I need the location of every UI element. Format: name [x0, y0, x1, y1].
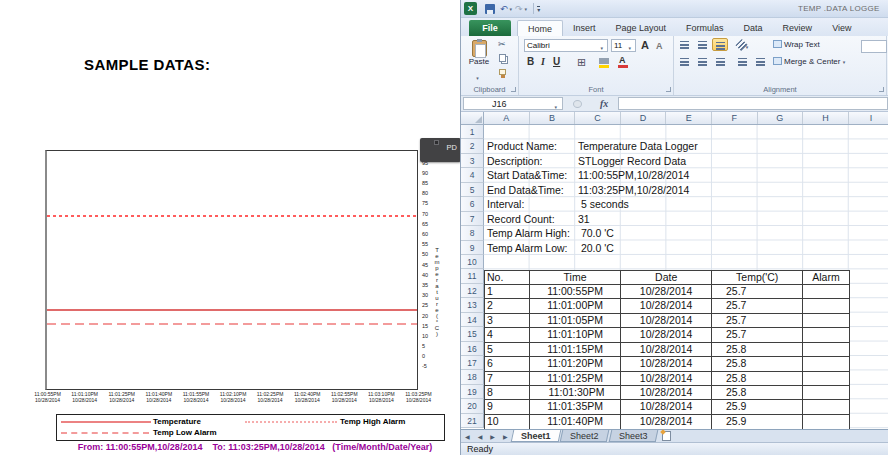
cell-time[interactable]: 11:00:55PM	[530, 285, 621, 298]
redo-icon[interactable]: ↷	[515, 2, 523, 16]
info-value-cell[interactable]: STLogger Record Data	[578, 155, 686, 167]
cell-date[interactable]: 10/28/2014	[621, 299, 712, 312]
underline-button[interactable]: U	[553, 56, 560, 67]
grow-font-button[interactable]: A	[641, 39, 649, 51]
cell-time[interactable]: 11:01:10PM	[530, 328, 621, 341]
row-header[interactable]: 5	[461, 183, 484, 197]
info-label-cell[interactable]: Start Data&Time:	[487, 169, 567, 181]
cell-date[interactable]: 10/28/2014	[621, 314, 712, 327]
cell-time[interactable]: 11:01:25PM	[530, 372, 621, 385]
cell-time[interactable]: 11:01:40PM	[530, 415, 621, 429]
header-no[interactable]: No.	[485, 271, 530, 284]
fill-color-icon[interactable]	[599, 58, 609, 64]
cell-alarm[interactable]	[803, 299, 848, 312]
info-label-cell[interactable]: Temp Alarm Low:	[487, 242, 568, 254]
cell-alarm[interactable]	[803, 328, 848, 341]
column-header[interactable]: H	[803, 112, 849, 124]
align-top-button[interactable]	[676, 38, 692, 51]
cell-alarm[interactable]	[803, 357, 848, 370]
info-label-cell[interactable]: Temp Alarm High:	[487, 227, 570, 239]
cell-date[interactable]: 10/28/2014	[621, 372, 712, 385]
cell-temp[interactable]: 25.9	[712, 400, 803, 413]
cell-temp[interactable]: 25.8	[712, 386, 803, 399]
sheet-tab-sheet2[interactable]: Sheet2	[560, 430, 609, 442]
cell-no[interactable]: 6	[485, 357, 530, 370]
cell-time[interactable]: 11:01:35PM	[530, 400, 621, 413]
info-value-cell[interactable]: Temperature Data Logger	[578, 140, 698, 152]
cell-date[interactable]: 10/28/2014	[621, 357, 712, 370]
orientation-button[interactable]: ▾	[736, 38, 752, 51]
column-header[interactable]: E	[666, 112, 712, 124]
prev-sheet-icon[interactable]: ◀	[478, 433, 485, 440]
cell-date[interactable]: 10/28/2014	[621, 400, 712, 413]
font-name-select[interactable]: Calibri ▾	[524, 39, 608, 52]
insert-function-icon[interactable]: fx	[600, 98, 608, 109]
formula-input[interactable]	[618, 97, 888, 110]
shrink-font-button[interactable]: A	[656, 41, 663, 51]
format-painter-icon[interactable]	[499, 69, 506, 75]
cell-no[interactable]: 5	[485, 343, 530, 356]
tab-page-layout[interactable]: Page Layout	[606, 20, 677, 36]
info-label-cell[interactable]: Record Count:	[487, 213, 555, 225]
info-value-cell[interactable]: 20.0 'C	[578, 242, 614, 254]
row-header[interactable]: 9	[461, 241, 484, 255]
decrease-indent-button[interactable]	[734, 55, 750, 68]
sheet-tab-sheet3[interactable]: Sheet3	[608, 430, 657, 442]
tab-review[interactable]: Review	[773, 20, 823, 36]
insert-worksheet-icon[interactable]	[662, 431, 671, 441]
row-header[interactable]: 14	[461, 313, 484, 327]
font-dialog-launcher-icon[interactable]	[666, 87, 671, 92]
cell-no[interactable]: 3	[485, 314, 530, 327]
font-color-button[interactable]: A	[619, 55, 626, 65]
redo-dropdown-icon[interactable]: ▾	[525, 6, 528, 12]
cell-temp[interactable]: 25.7	[712, 328, 803, 341]
clipboard-dialog-launcher-icon[interactable]	[511, 87, 516, 92]
cell-no[interactable]: 9	[485, 400, 530, 413]
column-header[interactable]: D	[621, 112, 667, 124]
column-header[interactable]: B	[530, 112, 576, 124]
paste-button[interactable]: Paste ▾	[464, 38, 494, 82]
cell-date[interactable]: 10/28/2014	[621, 343, 712, 356]
cell-alarm[interactable]	[803, 386, 848, 399]
row-header[interactable]: 11	[461, 269, 484, 283]
cell-time[interactable]: 11:01:30PM	[530, 386, 621, 399]
fill-color-bar[interactable]	[599, 65, 609, 68]
name-box[interactable]: J16 ▾	[463, 97, 563, 110]
merge-center-dropdown-icon[interactable]: ▾	[843, 59, 846, 65]
info-value-cell[interactable]: 5 seconds	[578, 198, 629, 210]
tab-insert[interactable]: Insert	[563, 20, 606, 36]
cell-no[interactable]: 4	[485, 328, 530, 341]
info-value-cell[interactable]: 70.0 'C	[578, 227, 614, 239]
undo-icon[interactable]: ↶	[500, 2, 508, 16]
tab-view[interactable]: View	[822, 20, 861, 36]
row-header[interactable]: 16	[461, 342, 484, 356]
column-header[interactable]: G	[758, 112, 804, 124]
select-all-corner[interactable]	[461, 112, 484, 125]
cells-area[interactable]: Product Name: Temperature Data Logger De…	[484, 125, 888, 429]
column-header[interactable]: F	[712, 112, 758, 124]
cell-date[interactable]: 10/28/2014	[621, 285, 712, 298]
cell-no[interactable]: 8	[485, 386, 530, 399]
cell-temp[interactable]: 25.8	[712, 357, 803, 370]
last-sheet-icon[interactable]: ▶	[503, 433, 510, 440]
align-middle-button[interactable]	[694, 38, 710, 51]
merge-center-button[interactable]: Merge & Center ▾	[773, 55, 848, 69]
column-header[interactable]: I	[849, 112, 888, 124]
cell-temp[interactable]: 25.9	[712, 415, 803, 429]
row-header[interactable]: 17	[461, 356, 484, 370]
align-left-button[interactable]	[676, 55, 692, 68]
cell-no[interactable]: 2	[485, 299, 530, 312]
info-label-cell[interactable]: Product Name:	[487, 140, 557, 152]
cell-alarm[interactable]	[803, 415, 848, 429]
customize-qat-icon[interactable]: ▾	[537, 6, 540, 14]
cell-no[interactable]: 7	[485, 372, 530, 385]
header-date[interactable]: Date	[621, 271, 712, 284]
cell-alarm[interactable]	[803, 400, 848, 413]
row-header[interactable]: 12	[461, 284, 484, 298]
info-value-cell[interactable]: 11:00:55PM,10/28/2014	[578, 169, 689, 181]
row-header[interactable]: 4	[461, 168, 484, 182]
info-value-cell[interactable]: 11:03:25PM,10/28/2014	[578, 184, 689, 196]
align-right-button[interactable]	[712, 55, 728, 68]
header-alarm[interactable]: Alarm	[803, 271, 848, 284]
cell-temp[interactable]: 25.7	[712, 285, 803, 298]
